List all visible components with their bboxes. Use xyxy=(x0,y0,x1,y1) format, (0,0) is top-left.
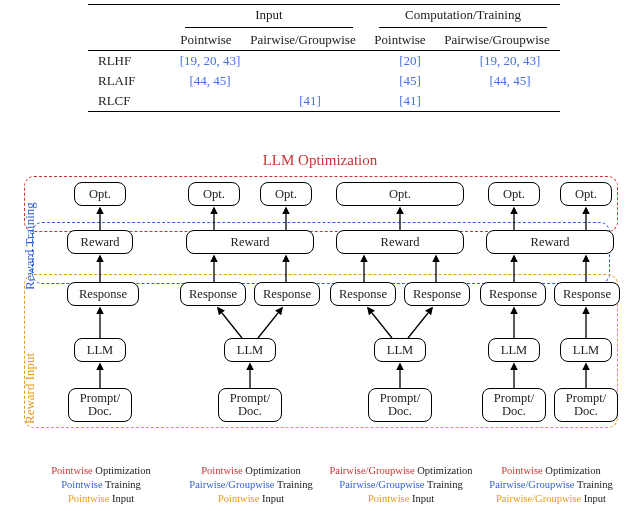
citation-link[interactable]: [44, 45] xyxy=(189,73,230,88)
caption-word: Optimization xyxy=(245,465,300,476)
citation-link[interactable]: [45] xyxy=(399,73,421,88)
train-kind: Pairwise/Groupwise xyxy=(189,479,274,490)
table-row-rlhf: RLHF [19, 20, 43] [20] [19, 20, 43] xyxy=(88,51,560,71)
arrow-icon xyxy=(330,182,470,432)
table-row-rlcf: RLCF [41] [41] xyxy=(88,91,560,111)
caption-col-2: Pointwise Optimization Pairwise/Groupwis… xyxy=(176,464,326,507)
arrow-icon xyxy=(480,182,620,432)
opt-kind: Pointwise xyxy=(201,465,242,476)
subhead-input-pg: Pairwise/Groupwise xyxy=(240,30,366,50)
column-captions: Pointwise Optimization Pointwise Trainin… xyxy=(20,464,620,510)
citation-link[interactable]: [41] xyxy=(399,93,421,108)
caption-word: Training xyxy=(277,479,313,490)
citation-link[interactable]: [19, 20, 43] xyxy=(480,53,541,68)
caption-word: Input xyxy=(112,493,134,504)
table-row-rlaif: RLAIF [44, 45] [45] [44, 45] xyxy=(88,71,560,91)
pipeline-column-3: Opt. Reward Response Response LLM Prompt… xyxy=(330,182,470,462)
arrow-icon xyxy=(180,182,320,432)
caption-word: Optimization xyxy=(417,465,472,476)
citation-link[interactable]: [19, 20, 43] xyxy=(180,53,241,68)
col-group-comp: Computation/Training xyxy=(366,5,560,25)
opt-kind: Pointwise xyxy=(51,465,92,476)
caption-word: Input xyxy=(262,493,284,504)
caption-word: Optimization xyxy=(95,465,150,476)
col-group-input: Input xyxy=(172,5,366,25)
svg-line-8 xyxy=(218,308,242,338)
diagram-title: LLM Optimization xyxy=(20,152,620,169)
svg-line-14 xyxy=(368,308,392,338)
subhead-input-pw: Pointwise xyxy=(172,30,240,50)
input-kind: Pairwise/Groupwise xyxy=(496,493,581,504)
caption-word: Training xyxy=(427,479,463,490)
pipeline-column-2: Opt. Opt. Reward Response Response LLM P… xyxy=(180,182,320,462)
input-kind: Pointwise xyxy=(218,493,259,504)
train-kind: Pairwise/Groupwise xyxy=(489,479,574,490)
opt-kind: Pairwise/Groupwise xyxy=(329,465,414,476)
caption-word: Input xyxy=(584,493,606,504)
input-kind: Pointwise xyxy=(368,493,409,504)
row-label: RLCF xyxy=(88,91,160,111)
citation-table: Input Computation/Training Pointwise Pai… xyxy=(88,4,560,112)
caption-word: Optimization xyxy=(545,465,600,476)
pipeline-column-1: Opt. Reward Response LLM Prompt/ Doc. xyxy=(30,182,170,462)
pipeline-column-4: Opt. Opt. Reward Response Response LLM L… xyxy=(480,182,620,462)
citation-link[interactable]: [20] xyxy=(399,53,421,68)
caption-col-4: Pointwise Optimization Pairwise/Groupwis… xyxy=(476,464,626,507)
subhead-comp-pg: Pairwise/Groupwise xyxy=(434,30,560,50)
architecture-diagram: LLM Optimization Reward Training Reward … xyxy=(20,152,620,462)
train-kind: Pairwise/Groupwise xyxy=(339,479,424,490)
caption-word: Training xyxy=(577,479,613,490)
train-kind: Pointwise xyxy=(61,479,102,490)
citation-link[interactable]: [44, 45] xyxy=(489,73,530,88)
subhead-comp-pw: Pointwise xyxy=(366,30,434,50)
row-label: RLAIF xyxy=(88,71,160,91)
arrow-icon xyxy=(30,182,170,432)
citation-link[interactable]: [41] xyxy=(299,93,321,108)
opt-kind: Pointwise xyxy=(501,465,542,476)
caption-word: Training xyxy=(105,479,141,490)
caption-word: Input xyxy=(412,493,434,504)
svg-line-15 xyxy=(408,308,432,338)
svg-line-9 xyxy=(258,308,282,338)
input-kind: Pointwise xyxy=(68,493,109,504)
caption-col-1: Pointwise Optimization Pointwise Trainin… xyxy=(26,464,176,507)
caption-col-3: Pairwise/Groupwise Optimization Pairwise… xyxy=(326,464,476,507)
row-label: RLHF xyxy=(88,51,160,71)
